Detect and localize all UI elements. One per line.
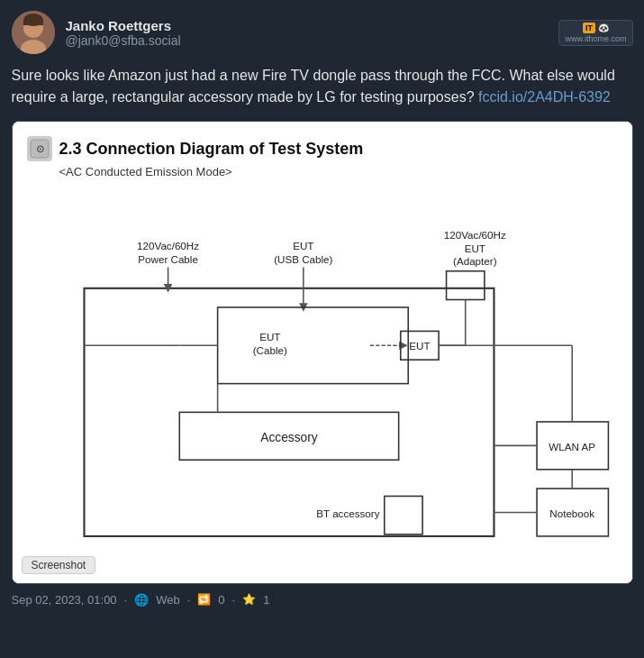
screenshot-label: Screenshot (22, 556, 96, 574)
svg-text:120Vac/60Hz: 120Vac/60Hz (443, 229, 505, 241)
svg-text:Power Cable: Power Cable (138, 253, 198, 265)
post-footer: Sep 02, 2023, 01:00 · 🌐 Web · 🔁 0 · ⭐ 1 (12, 593, 633, 607)
site-badge: IT 🐼 www.ithome.com (558, 20, 632, 46)
svg-rect-17 (446, 271, 484, 300)
like-count: 1 (263, 593, 269, 607)
username: @jank0@sfba.social (66, 33, 181, 48)
post-text: Sure looks like Amazon just had a new Fi… (12, 65, 633, 108)
user-info: Janko Roettgers @jank0@sfba.social (66, 18, 181, 48)
diagram-image-container[interactable]: ⊙ 2.3 Connection Diagram of Test System … (12, 121, 633, 584)
svg-text:EUT: EUT (409, 340, 430, 352)
like-icon: ⭐ (242, 593, 256, 606)
svg-text:(USB Cable): (USB Cable) (274, 253, 332, 265)
svg-rect-34 (384, 496, 422, 534)
svg-text:Accessory: Accessory (260, 431, 318, 444)
site-badge-icon: IT 🐼 (583, 23, 609, 33)
diagram-svg: 120Vac/60Hz Power Cable EUT (USB Cable) … (27, 193, 618, 565)
post-link[interactable]: fccid.io/2A4DH-6392 (478, 89, 611, 105)
retweet-icon: 🔁 (197, 593, 211, 606)
footer-sep-3: · (232, 593, 236, 607)
retweet-count: 0 (218, 593, 224, 607)
post-card: Janko Roettgers @jank0@sfba.social IT 🐼 … (12, 11, 633, 607)
footer-globe-icon: 🌐 (134, 593, 149, 607)
diagram-area: ⊙ 2.3 Connection Diagram of Test System … (13, 122, 632, 583)
svg-text:EUT: EUT (464, 242, 485, 254)
svg-text:120Vac/60Hz: 120Vac/60Hz (137, 240, 199, 251)
svg-text:EUT: EUT (259, 331, 280, 343)
svg-rect-4 (23, 20, 43, 25)
svg-text:WLAN AP: WLAN AP (549, 441, 595, 452)
diagram-subtitle: <AC Conducted Emission Mode> (59, 165, 618, 178)
footer-platform: Web (156, 593, 180, 607)
post-header: Janko Roettgers @jank0@sfba.social IT 🐼 … (12, 11, 633, 54)
footer-sep-2: · (187, 593, 191, 607)
svg-text:EUT: EUT (293, 240, 313, 251)
site-url: www.ithome.com (565, 34, 626, 43)
diagram-icon: ⊙ (27, 136, 52, 161)
svg-text:⊙: ⊙ (35, 143, 43, 154)
svg-text:(Cable): (Cable) (252, 344, 286, 356)
svg-text:BT accessory: BT accessory (316, 507, 379, 519)
site-badge-emoji: 🐼 (598, 23, 609, 32)
svg-text:(Adapter): (Adapter) (453, 255, 497, 267)
diagram-title: ⊙ 2.3 Connection Diagram of Test System (27, 136, 618, 161)
svg-text:Notebook: Notebook (549, 507, 594, 519)
post-date: Sep 02, 2023, 01:00 (12, 593, 117, 607)
diagram-title-text: 2.3 Connection Diagram of Test System (59, 140, 364, 159)
avatar[interactable] (12, 11, 55, 54)
display-name: Janko Roettgers (66, 18, 181, 33)
footer-sep-1: · (124, 593, 128, 607)
it-icon: IT (583, 23, 595, 33)
